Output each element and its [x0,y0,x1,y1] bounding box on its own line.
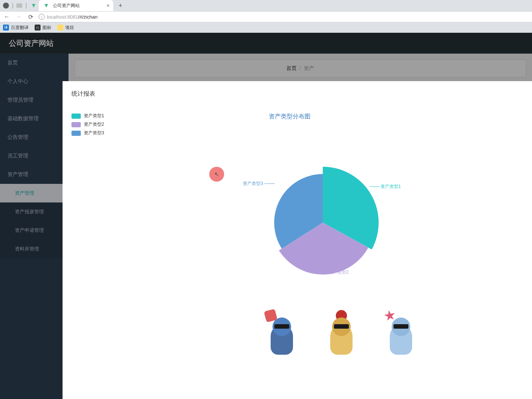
mascot-strip [265,310,418,358]
pie-label-1: 资产类型1 [380,183,401,190]
back-button[interactable]: ← [3,13,10,20]
tab-bar: | | ▼ ▼ 公司资产网站 × + [0,0,532,11]
url-path: /#/zichan [78,14,98,20]
legend-swatch [71,114,81,119]
sunglasses-icon [394,324,408,329]
pie-svg [258,157,388,288]
legend-swatch [71,131,81,136]
legend-item[interactable]: 资产类型1 [71,113,104,119]
bookmark-item[interactable]: 项目 [57,25,74,31]
globe-icon[interactable] [3,3,9,9]
sunglasses-icon [274,324,289,329]
tab-title: 公司资产网站 [53,3,103,9]
bookmark-label: 项目 [65,25,74,31]
url-bar: ← → ⟳ i localhost:8081/#/zichan [0,11,532,22]
reload-button[interactable]: ⟳ [27,13,34,20]
legend-label: 资产类型1 [84,113,104,119]
chart-container: 资产类型1 资产类型2 资产类型3 资产类型分布图 资产类型1 资产类型2 资产… [71,113,523,336]
pie-label-line [369,186,380,187]
pie-label-2: 资产类型2 [328,269,349,275]
vue-icon[interactable]: ▼ [30,2,37,9]
cursor-icon: ↖ [214,171,219,177]
folder-icon [57,25,63,31]
legend-item[interactable]: 资产类型2 [71,121,104,128]
chart-legend: 资产类型1 资产类型2 资产类型3 [71,113,104,138]
bookmark-item[interactable]: 译 百度翻译 [3,25,29,31]
sunglasses-icon [334,324,349,329]
bookmark-icon: □ [35,25,41,31]
bookmarks-bar: 译 百度翻译 □ 图标 项目 [0,22,532,33]
pie-label-line [319,272,327,272]
bookmark-label: 图标 [42,25,51,31]
mascot-blue [265,310,299,358]
vue-icon: ▼ [42,2,50,9]
modal-title: 统计报表 [71,90,523,98]
legend-label: 资产类型3 [84,130,104,136]
forward-button[interactable]: → [15,13,22,20]
legend-label: 资产类型2 [84,121,104,128]
chart-title: 资产类型分布图 [269,113,310,121]
url-host: localhost:8081 [47,14,78,20]
url-text: localhost:8081/#/zichan [47,14,98,20]
mascot-dog [325,310,358,358]
bookmark-icon: 译 [3,25,9,31]
tab-divider: | [25,2,27,9]
pie-label-3: 资产类型3 [243,181,263,187]
new-tab-button[interactable]: + [115,2,126,10]
close-tab-button[interactable]: × [106,3,109,9]
pie-chart: 资产类型1 资产类型2 资产类型3 [258,157,388,288]
window-icon[interactable] [16,3,22,8]
pie-label-line [264,183,275,184]
mascot-lightblue [384,310,418,358]
url-field[interactable]: i localhost:8081/#/zichan [39,14,529,20]
tab-divider: | [12,2,13,9]
bookmark-label: 百度翻译 [11,25,29,31]
active-tab[interactable]: ▼ 公司资产网站 × [39,0,113,11]
stats-modal: 统计报表 资产类型1 资产类型2 资产类型3 资产类型分布图 资产类型1 [63,81,532,399]
legend-item[interactable]: 资产类型3 [71,130,104,136]
cursor-highlight: ↖ [209,167,224,182]
browser-chrome: | | ▼ ▼ 公司资产网站 × + ← → ⟳ i localhost:808… [0,0,532,33]
bookmark-item[interactable]: □ 图标 [35,25,51,31]
legend-swatch [71,122,81,127]
site-info-icon[interactable]: i [39,14,45,20]
